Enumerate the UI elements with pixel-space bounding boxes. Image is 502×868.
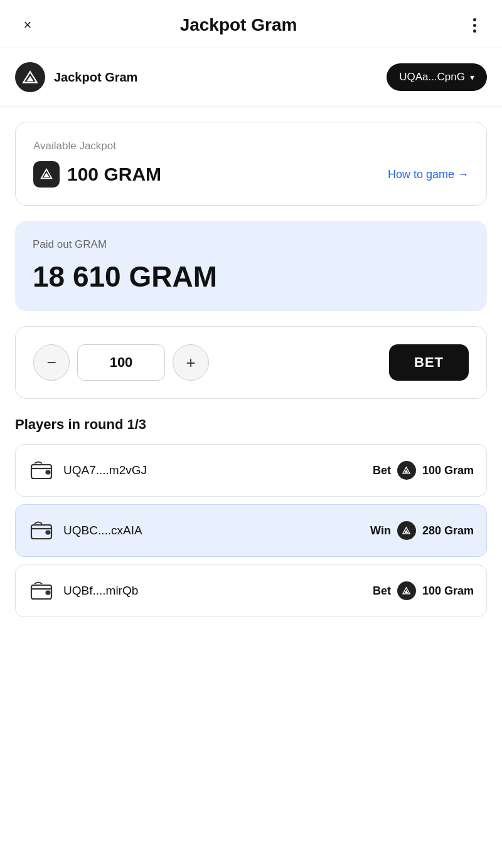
bet-button[interactable]: BET [389,344,469,381]
player-left: UQA7....m2vGJ [28,457,147,484]
decrease-button[interactable]: − [33,344,70,381]
player-action: Win [370,524,391,537]
player-right: Bet 100 Gram [373,581,474,600]
player-amount: 100 Gram [422,464,474,477]
player-row: UQA7....m2vGJ Bet 100 Gram [15,444,487,497]
app-name: Jackpot Gram [54,70,137,85]
gram-logo-mini [397,581,416,600]
gram-logo-mini [397,461,416,480]
player-amount: 280 Gram [422,524,474,537]
player-left: UQBf....mirQb [28,578,138,604]
player-list: UQA7....m2vGJ Bet 100 Gram [15,444,487,625]
wallet-icon [28,578,55,604]
more-button[interactable] [462,13,487,38]
players-section: Players in round 1/3 UQA7....m2vGJ Bet [0,416,502,625]
bet-controls: − + [33,344,379,381]
bet-input[interactable] [77,344,165,381]
paid-out-card: Paid out GRAM 18 610 GRAM [15,221,487,311]
svg-rect-5 [46,470,50,474]
player-row: UQBC....cxAIA Win 280 Gram [15,504,487,557]
paid-out-amount: 18 610 GRAM [33,260,469,294]
svg-rect-9 [46,531,50,534]
page-title: Jackpot Gram [15,15,462,35]
player-left: UQBC....cxAIA [28,517,142,544]
jackpot-label: Available Jackpot [33,140,469,152]
jackpot-card: Available Jackpot 100 GRAM How to game → [15,122,487,206]
player-right: Bet 100 Gram [373,461,474,480]
paid-out-label: Paid out GRAM [33,238,469,251]
app-header: × Jackpot Gram [0,0,502,48]
wallet-icon [28,457,55,484]
player-address: UQBC....cxAIA [63,524,142,537]
player-action: Bet [373,464,391,477]
jackpot-amount: 100 GRAM [67,164,161,185]
app-logo [15,62,45,92]
wallet-address: UQAa...CpnG [399,71,465,83]
chevron-down-icon: ▾ [470,72,474,82]
app-identity: Jackpot Gram [15,62,137,92]
bet-card: − + BET [15,326,487,399]
gram-logo-mini [397,521,416,540]
wallet-icon [28,517,55,544]
jackpot-amount-row: 100 GRAM How to game → [33,161,469,188]
player-row: UQBf....mirQb Bet 100 Gram [15,564,487,617]
jackpot-amount-left: 100 GRAM [33,161,161,188]
main-content: Available Jackpot 100 GRAM How to game →… [0,107,502,399]
player-action: Bet [373,585,391,598]
players-title: Players in round 1/3 [15,416,487,433]
player-right: Win 280 Gram [370,521,474,540]
gram-logo-small [33,161,60,188]
wallet-button[interactable]: UQAa...CpnG ▾ [387,63,487,91]
increase-button[interactable]: + [173,344,209,381]
player-address: UQA7....m2vGJ [63,463,147,477]
how-to-game-link[interactable]: How to game → [388,168,469,181]
sub-header: Jackpot Gram UQAa...CpnG ▾ [0,48,502,107]
player-address: UQBf....mirQb [63,584,138,598]
svg-rect-13 [46,591,50,595]
player-amount: 100 Gram [422,585,474,598]
